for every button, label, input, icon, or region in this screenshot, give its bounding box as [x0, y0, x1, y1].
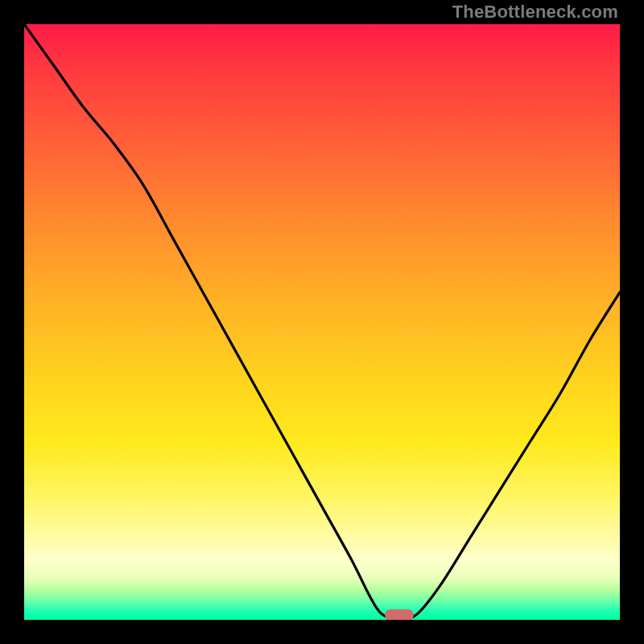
optimal-marker [385, 609, 414, 620]
chart-frame: TheBottleneck.com [0, 0, 644, 644]
curve-svg [24, 24, 620, 620]
watermark-text: TheBottleneck.com [452, 2, 618, 23]
bottleneck-curve [24, 24, 620, 620]
plot-area [24, 24, 620, 620]
